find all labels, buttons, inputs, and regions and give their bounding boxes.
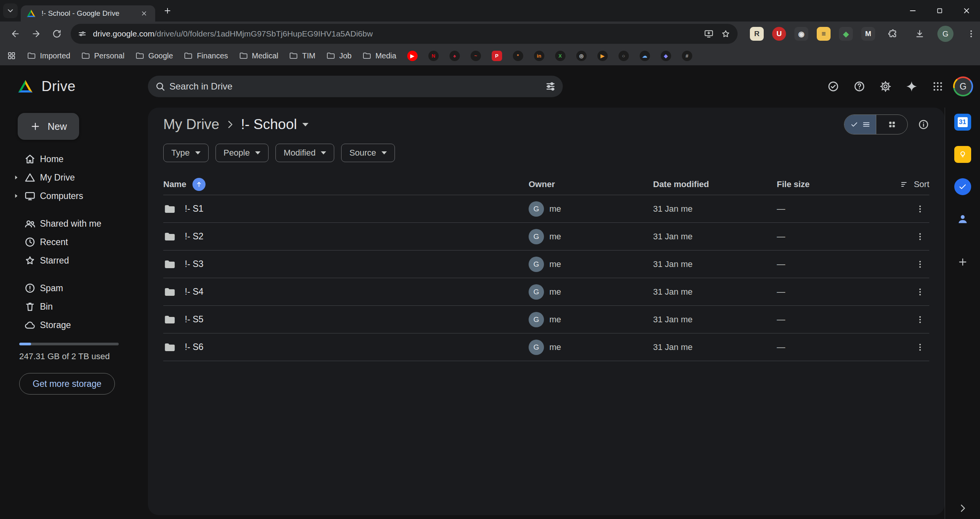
sidebar-item-home[interactable]: Home [0,150,148,168]
search-input[interactable] [169,81,541,92]
favicon-spade-site[interactable]: ♠ [449,51,460,61]
forward-button[interactable] [27,25,45,43]
bookmark-folder-media[interactable]: Media [362,51,396,60]
new-button[interactable]: New [18,113,79,140]
sidebar-item-bin[interactable]: Bin [0,297,148,316]
camera-ext-icon[interactable]: ◉ [794,27,808,41]
google-apps-button[interactable] [927,76,948,97]
file-row[interactable]: !- S2 Gme 31 Jan me — [163,223,929,250]
favicon-blue-cloud[interactable]: ☁ [640,51,650,61]
favicon-dark-ring[interactable]: ◎ [576,51,587,61]
account-avatar[interactable]: G [953,76,973,96]
breadcrumb-current-folder[interactable]: !- School [241,116,308,133]
filter-chip-source[interactable]: Source [341,144,395,162]
favicon-netflix[interactable]: N [428,51,439,61]
row-menu-button[interactable] [911,283,929,301]
row-menu-button[interactable] [911,200,929,218]
bookmark-folder-job[interactable]: Job [326,51,352,60]
notes-ext-icon[interactable]: ≡ [817,27,831,41]
bookmark-folder-personal[interactable]: Personal [81,51,124,60]
filter-chip-people[interactable]: People [216,144,269,162]
bookmark-star-button[interactable] [721,29,731,39]
bookmark-folder-tim[interactable]: TIM [289,51,315,60]
search-options-button[interactable] [541,77,560,96]
offline-status-button[interactable] [822,76,844,97]
browser-tab[interactable]: !- School - Google Drive [21,5,155,22]
sort-button[interactable]: Sort [900,179,929,189]
apps-shortcut-button[interactable] [7,51,16,60]
favicon-orange-in[interactable]: in [534,51,544,61]
grid-view-button[interactable] [876,115,907,134]
tab-close-button[interactable] [138,8,150,19]
contacts-button[interactable] [954,211,971,227]
favicon-blue-diamond[interactable]: ◆ [661,51,671,61]
file-row[interactable]: !- S1 Gme 31 Jan me — [163,195,929,223]
omnibox[interactable]: drive.google.com/drive/u/0/folders/1adHM… [71,24,738,44]
favicon-red-swoosh[interactable]: ~ [471,51,481,61]
site-info-icon[interactable] [78,29,87,38]
file-row[interactable]: !- S4 Gme 31 Jan me — [163,278,929,306]
favicon-dark-glyph[interactable]: # [682,51,692,61]
bookmark-folder-imported[interactable]: Imported [27,51,70,60]
file-row[interactable]: !- S3 Gme 31 Jan me — [163,250,929,278]
sidebar-item-recent[interactable]: Recent [0,233,148,251]
file-row[interactable]: !- S6 Gme 31 Jan me — [163,333,929,361]
extensions-button[interactable] [884,25,902,43]
filter-chip-modified[interactable]: Modified [275,144,334,162]
close-window-button[interactable] [953,0,980,22]
sidebar-item-my-drive[interactable]: My Drive [0,168,148,187]
new-tab-button[interactable] [159,2,176,19]
search-button[interactable] [151,77,169,96]
app-name: Drive [41,78,76,95]
minimize-button[interactable] [899,0,926,22]
tab-search-button[interactable] [3,3,18,18]
sidebar-item-shared-with-me[interactable]: Shared with me [0,214,148,233]
sidebar-item-computers[interactable]: Computers [0,187,148,205]
gemini-button[interactable] [901,76,922,97]
favicon-green-x[interactable]: X [555,51,565,61]
get-addons-button[interactable] [954,254,971,270]
calendar-button[interactable]: 31 [954,114,971,131]
mono-ext-icon[interactable]: M [861,27,875,41]
back-button[interactable] [6,25,25,43]
blocker-ext-icon[interactable]: U [772,27,786,41]
hide-side-panel-button[interactable] [957,503,968,514]
downloads-button[interactable] [910,25,929,43]
file-row[interactable]: !- S5 Gme 31 Jan me — [163,306,929,333]
reload-button[interactable] [48,25,66,43]
filter-chip-type[interactable]: Type [163,144,209,162]
list-view-button[interactable] [844,115,876,134]
row-menu-button[interactable] [911,255,929,274]
row-menu-button[interactable] [911,310,929,329]
color-ext-icon[interactable]: ◆ [839,27,853,41]
settings-button[interactable] [875,76,896,97]
expand-arrow-icon[interactable] [12,192,20,200]
reader-ext-icon[interactable]: R [750,27,764,41]
favicon-orange-flower[interactable]: * [513,51,523,61]
tasks-button[interactable] [954,178,971,195]
maximize-button[interactable] [926,0,953,22]
get-more-storage-button[interactable]: Get more storage [19,373,115,395]
browser-profile-avatar[interactable]: G [937,26,953,42]
bookmark-folder-medical[interactable]: Medical [239,51,279,60]
browser-menu-button[interactable] [962,25,980,43]
sidebar-item-starred[interactable]: Starred [0,251,148,270]
favicon-youtube[interactable]: ▶ [407,51,418,61]
favicon-pizza[interactable]: P [492,51,502,61]
bookmark-folder-google[interactable]: Google [135,51,173,60]
keep-button[interactable] [954,146,971,163]
row-menu-button[interactable] [911,227,929,246]
sidebar-item-storage[interactable]: Storage [0,316,148,334]
favicon-orange-play[interactable]: ▶ [597,51,608,61]
expand-arrow-icon[interactable] [12,174,20,181]
details-button[interactable] [918,119,929,130]
install-app-button[interactable] [704,29,714,39]
sidebar-item-spam[interactable]: Spam [0,279,148,297]
row-menu-button[interactable] [911,338,929,357]
sort-by-name-button[interactable]: Name [163,178,206,191]
bookmark-folder-finances[interactable]: Finances [184,51,228,60]
breadcrumb-my-drive[interactable]: My Drive [163,116,219,133]
drive-brand[interactable]: Drive [0,78,148,95]
support-button[interactable] [849,76,870,97]
favicon-mono-circle[interactable]: ○ [619,51,629,61]
